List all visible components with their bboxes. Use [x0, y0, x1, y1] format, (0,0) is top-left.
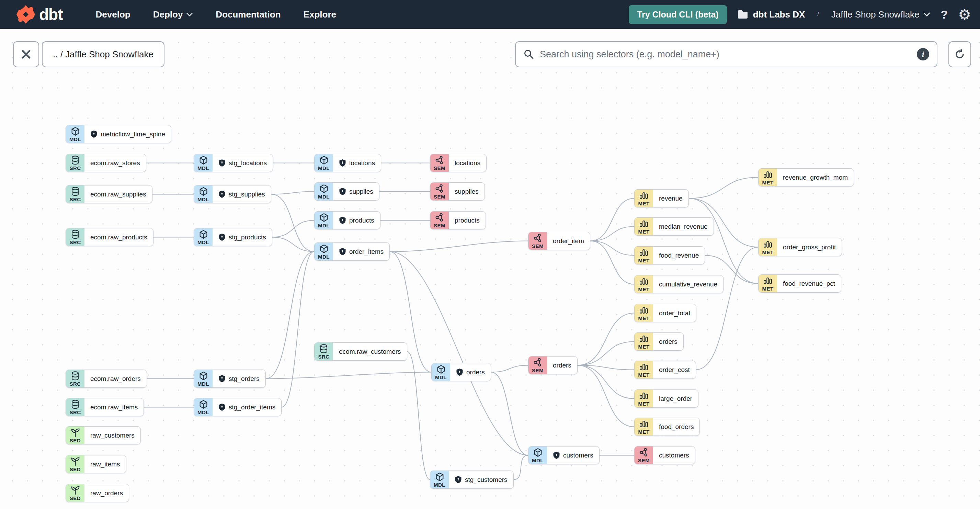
- lineage-edge-sem_order_item-to-met_food_revenue: [590, 241, 634, 256]
- node-sed_raw_customers[interactable]: SEDraw_customers: [65, 426, 141, 444]
- help-button[interactable]: ?: [941, 8, 948, 21]
- node-met_large_order[interactable]: METlarge_order: [634, 390, 698, 408]
- node-met_order_cost[interactable]: METorder_cost: [634, 361, 696, 379]
- node-src_raw_stores[interactable]: SRCecom.raw_stores: [65, 154, 146, 172]
- node-type-label: SRC: [318, 354, 329, 359]
- node-type-badge: MDL: [315, 243, 333, 260]
- node-mdl_locations[interactable]: MDLlocations: [314, 154, 381, 172]
- node-sem_orders[interactable]: SEMorders: [528, 356, 578, 374]
- selector-search[interactable]: i: [515, 41, 937, 67]
- node-sed_raw_orders[interactable]: SEDraw_orders: [65, 484, 129, 502]
- node-type-label: MDL: [197, 197, 209, 202]
- node-met_order_total[interactable]: METorder_total: [634, 304, 696, 322]
- node-met_revenue_growth_mom[interactable]: METrevenue_growth_mom: [758, 168, 854, 186]
- metric-icon: [640, 191, 648, 200]
- node-body: supplies: [333, 183, 379, 200]
- node-src_raw_items[interactable]: SRCecom.raw_items: [65, 398, 144, 416]
- node-type-badge: MDL: [194, 370, 213, 387]
- node-label: locations: [455, 159, 480, 167]
- node-type-badge: SEM: [635, 447, 653, 464]
- node-sem_customers[interactable]: SEMcustomers: [634, 446, 695, 464]
- node-met_food_orders[interactable]: METfood_orders: [634, 418, 700, 436]
- database-icon: [70, 371, 80, 381]
- node-met_orders[interactable]: METorders: [634, 332, 684, 351]
- node-met_cumulative_revenue[interactable]: METcumulative_revenue: [634, 275, 724, 293]
- lineage-edge-sem_order_item-to-met_cumulative_revenue: [590, 241, 634, 285]
- cube-icon: [199, 229, 208, 239]
- refresh-button[interactable]: [948, 41, 971, 67]
- node-mdl_orders[interactable]: MDLorders: [431, 363, 491, 381]
- account-switcher[interactable]: dbt Labs DX: [737, 9, 805, 20]
- nav-item-explore[interactable]: Explore: [304, 9, 336, 20]
- node-type-badge: SED: [66, 455, 84, 473]
- node-mdl_order_items[interactable]: MDLorder_items: [314, 242, 390, 261]
- node-type-label: MET: [638, 229, 649, 234]
- breadcrumb[interactable]: .. / Jaffle Shop Snowflake: [42, 41, 164, 67]
- cube-icon: [199, 186, 208, 196]
- node-type-badge: MDL: [194, 228, 213, 246]
- node-type-label: MDL: [318, 194, 329, 199]
- shield-icon: [90, 130, 97, 138]
- dbt-logo[interactable]: dbt: [16, 5, 63, 24]
- node-type-label: SED: [70, 467, 81, 472]
- node-mdl_stg_supplies[interactable]: MDLstg_supplies: [194, 185, 271, 203]
- search-input[interactable]: [540, 49, 911, 60]
- node-label: customers: [563, 452, 593, 459]
- node-met_food_revenue_pct[interactable]: METfood_revenue_pct: [758, 274, 841, 293]
- close-lineage-button[interactable]: [13, 41, 39, 67]
- node-type-label: MET: [638, 316, 649, 321]
- node-src_raw_supplies[interactable]: SRCecom.raw_supplies: [65, 185, 153, 203]
- project-switcher[interactable]: Jaffle Shop Snowflake: [831, 9, 931, 20]
- node-met_food_revenue[interactable]: METfood_revenue: [634, 246, 705, 264]
- shield-icon: [218, 375, 226, 383]
- node-mdl_stg_products[interactable]: MDLstg_products: [194, 228, 272, 246]
- nav-menu: DevelopDeployDocumentationExplore: [96, 9, 336, 20]
- node-met_median_revenue[interactable]: METmedian_revenue: [634, 217, 714, 235]
- node-type-label: SEM: [532, 243, 544, 249]
- node-body: order_total: [653, 304, 696, 322]
- nav-item-deploy[interactable]: Deploy: [153, 9, 193, 20]
- cube-icon: [436, 364, 446, 374]
- node-mdl_stg_locations[interactable]: MDLstg_locations: [194, 154, 273, 172]
- nav-item-label: Deploy: [153, 9, 183, 20]
- project-name: Jaffle Shop Snowflake: [831, 9, 920, 20]
- node-mdl_stg_orders[interactable]: MDLstg_orders: [194, 369, 266, 388]
- node-sem_supplies[interactable]: SEMsupplies: [430, 182, 485, 200]
- try-cloud-cli-button[interactable]: Try Cloud CLI (beta): [629, 5, 727, 24]
- node-body: revenue: [653, 189, 689, 207]
- node-type-label: SED: [70, 496, 81, 501]
- cube-icon: [199, 155, 208, 165]
- node-met_revenue[interactable]: METrevenue: [634, 189, 689, 207]
- lineage-edge-sem_orders-to-met_orders: [578, 342, 634, 366]
- node-type-badge: SEM: [430, 154, 449, 172]
- node-src_raw_products[interactable]: SRCecom.raw_products: [65, 228, 153, 246]
- node-type-badge: MET: [635, 247, 653, 264]
- node-src_raw_customers[interactable]: SRCecom.raw_customers: [314, 342, 407, 361]
- node-src_raw_orders[interactable]: SRCecom.raw_orders: [65, 369, 147, 388]
- node-sem_products[interactable]: SEMproducts: [430, 211, 486, 229]
- node-mdl_metricflow_time_spine[interactable]: MDLmetricflow_time_spine: [65, 125, 171, 143]
- node-sem_order_item[interactable]: SEMorder_item: [528, 232, 590, 250]
- node-body: stg_orders: [213, 370, 266, 387]
- node-mdl_stg_customers[interactable]: MDLstg_customers: [430, 471, 514, 489]
- node-sed_raw_items[interactable]: SEDraw_items: [65, 455, 126, 473]
- settings-gear-button[interactable]: ⚙: [958, 6, 971, 23]
- node-mdl_supplies[interactable]: MDLsupplies: [314, 182, 379, 200]
- node-body: orders: [547, 356, 577, 374]
- node-mdl_products[interactable]: MDLproducts: [314, 211, 380, 229]
- node-mdl_customers[interactable]: MDLcustomers: [528, 446, 600, 464]
- node-mdl_stg_order_items[interactable]: MDLstg_order_items: [194, 398, 282, 416]
- node-label: food_orders: [659, 423, 694, 431]
- nav-item-develop[interactable]: Develop: [96, 9, 130, 20]
- node-body: stg_supplies: [213, 186, 271, 203]
- shield-icon: [339, 248, 346, 256]
- nav-item-documentation[interactable]: Documentation: [216, 9, 280, 20]
- nav-item-label: Explore: [304, 9, 336, 20]
- metric-icon: [640, 362, 648, 372]
- node-body: food_revenue: [653, 247, 705, 264]
- semantic-model-icon: [435, 184, 445, 194]
- info-icon[interactable]: i: [917, 48, 929, 60]
- lineage-canvas[interactable]: MDLmetricflow_time_spineSRCecom.raw_stor…: [0, 0, 980, 509]
- node-sem_locations[interactable]: SEMlocations: [430, 154, 487, 172]
- node-met_order_gross_profit[interactable]: METorder_gross_profit: [758, 238, 842, 256]
